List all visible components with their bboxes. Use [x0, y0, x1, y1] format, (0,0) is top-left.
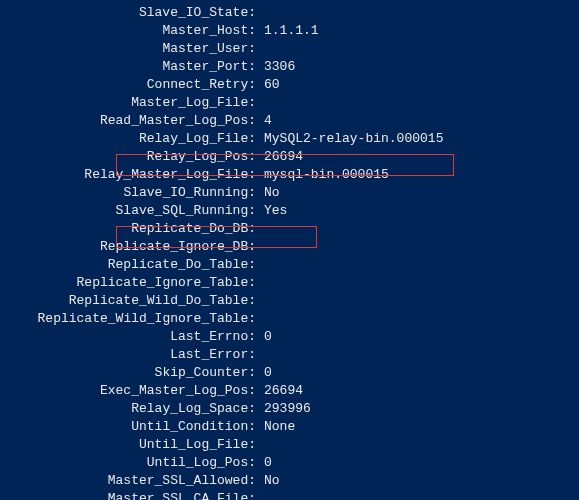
status-row: Replicate_Ignore_Table: — [0, 274, 579, 292]
field-label: Until_Log_Pos: — [0, 454, 260, 472]
field-label: Master_Port: — [0, 58, 260, 76]
field-value: No — [260, 472, 280, 490]
field-value: 60 — [260, 76, 280, 94]
field-label: Exec_Master_Log_Pos: — [0, 382, 260, 400]
field-value — [260, 4, 264, 22]
status-row: Connect_Retry:60 — [0, 76, 579, 94]
status-row: Replicate_Wild_Ignore_Table: — [0, 310, 579, 328]
field-label: Until_Log_File: — [0, 436, 260, 454]
field-label: Slave_IO_Running: — [0, 184, 260, 202]
field-label: Until_Condition: — [0, 418, 260, 436]
status-row: Last_Error: — [0, 346, 579, 364]
status-row: Until_Log_File: — [0, 436, 579, 454]
status-row: Replicate_Do_Table: — [0, 256, 579, 274]
field-label: Replicate_Ignore_DB: — [0, 238, 260, 256]
status-row: Relay_Master_Log_File:mysql-bin.000015 — [0, 166, 579, 184]
status-row: Slave_SQL_Running:Yes — [0, 202, 579, 220]
field-value — [260, 292, 264, 310]
field-label: Replicate_Do_Table: — [0, 256, 260, 274]
field-label: Master_Host: — [0, 22, 260, 40]
field-label: Master_SSL_CA_File: — [0, 490, 260, 500]
field-value — [260, 436, 264, 454]
field-value: Yes — [260, 202, 287, 220]
field-label: Connect_Retry: — [0, 76, 260, 94]
field-label: Master_User: — [0, 40, 260, 58]
field-label: Skip_Counter: — [0, 364, 260, 382]
status-row: Master_SSL_Allowed:No — [0, 472, 579, 490]
status-row: Replicate_Do_DB: — [0, 220, 579, 238]
field-value — [260, 40, 264, 58]
field-label: Relay_Log_Pos: — [0, 148, 260, 166]
field-label: Relay_Log_Space: — [0, 400, 260, 418]
terminal-output: Slave_IO_State:Master_Host:1.1.1.1Master… — [0, 4, 579, 500]
field-label: Replicate_Wild_Do_Table: — [0, 292, 260, 310]
field-value: 3306 — [260, 58, 295, 76]
field-label: Relay_Log_File: — [0, 130, 260, 148]
field-value: 4 — [260, 112, 272, 130]
status-row: Master_Port:3306 — [0, 58, 579, 76]
field-value: None — [260, 418, 295, 436]
status-row: Master_Host:1.1.1.1 — [0, 22, 579, 40]
status-row: Skip_Counter:0 — [0, 364, 579, 382]
field-value: 1.1.1.1 — [260, 22, 319, 40]
status-row: Until_Log_Pos:0 — [0, 454, 579, 472]
field-value: 26694 — [260, 382, 303, 400]
status-row: Read_Master_Log_Pos:4 — [0, 112, 579, 130]
status-row: Slave_IO_State: — [0, 4, 579, 22]
field-label: Slave_SQL_Running: — [0, 202, 260, 220]
status-row: Relay_Log_Pos:26694 — [0, 148, 579, 166]
field-value — [260, 310, 264, 328]
status-row: Relay_Log_File:MySQL2-relay-bin.000015 — [0, 130, 579, 148]
field-label: Replicate_Ignore_Table: — [0, 274, 260, 292]
field-value: 0 — [260, 364, 272, 382]
status-row: Master_SSL_CA_File: — [0, 490, 579, 500]
field-label: Relay_Master_Log_File: — [0, 166, 260, 184]
field-value: 26694 — [260, 148, 303, 166]
field-value — [260, 220, 264, 238]
status-row: Until_Condition:None — [0, 418, 579, 436]
field-value: 0 — [260, 328, 272, 346]
field-value — [260, 238, 264, 256]
field-label: Read_Master_Log_Pos: — [0, 112, 260, 130]
field-value — [260, 256, 264, 274]
field-value: mysql-bin.000015 — [260, 166, 389, 184]
status-row: Replicate_Ignore_DB: — [0, 238, 579, 256]
status-row: Relay_Log_Space:293996 — [0, 400, 579, 418]
status-row: Last_Errno:0 — [0, 328, 579, 346]
field-label: Slave_IO_State: — [0, 4, 260, 22]
field-label: Last_Errno: — [0, 328, 260, 346]
status-row: Replicate_Wild_Do_Table: — [0, 292, 579, 310]
status-row: Slave_IO_Running:No — [0, 184, 579, 202]
field-value — [260, 346, 264, 364]
field-value: 0 — [260, 454, 272, 472]
field-value — [260, 94, 264, 112]
field-label: Last_Error: — [0, 346, 260, 364]
field-value — [260, 274, 264, 292]
field-value — [260, 490, 264, 500]
status-row: Exec_Master_Log_Pos:26694 — [0, 382, 579, 400]
status-row: Master_User: — [0, 40, 579, 58]
field-value: No — [260, 184, 280, 202]
field-label: Master_SSL_Allowed: — [0, 472, 260, 490]
field-label: Replicate_Do_DB: — [0, 220, 260, 238]
field-label: Replicate_Wild_Ignore_Table: — [0, 310, 260, 328]
status-row: Master_Log_File: — [0, 94, 579, 112]
field-value: 293996 — [260, 400, 311, 418]
field-label: Master_Log_File: — [0, 94, 260, 112]
field-value: MySQL2-relay-bin.000015 — [260, 130, 443, 148]
